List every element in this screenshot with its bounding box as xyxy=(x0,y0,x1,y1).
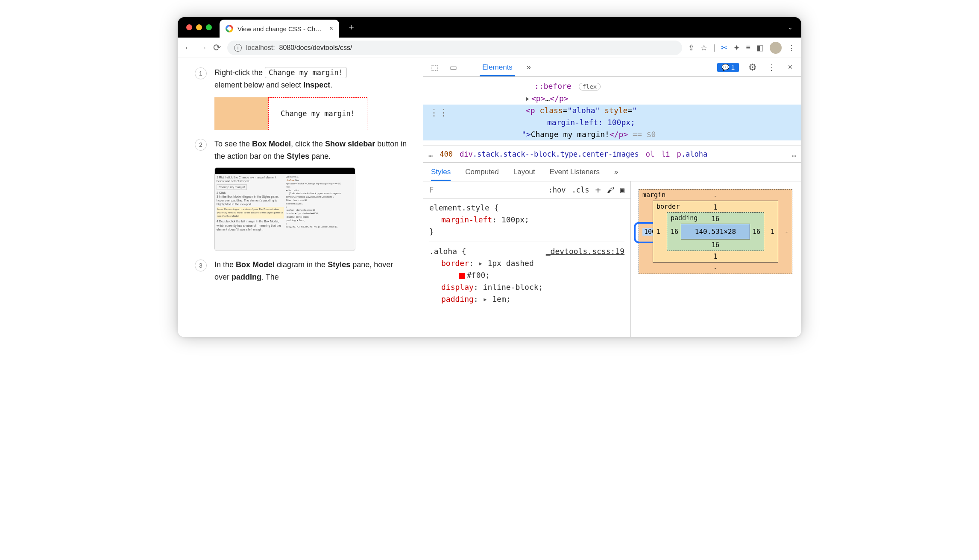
drag-handle-icon[interactable]: ⋮⋮ xyxy=(429,107,448,119)
kebab-icon[interactable]: ⋮ xyxy=(766,63,777,72)
reading-list-icon[interactable]: ≡ xyxy=(746,43,750,52)
box-model-pane: margin - - 100 - border 1 1 1 1 xyxy=(630,181,801,337)
close-tab-icon[interactable]: × xyxy=(329,25,333,32)
url-bar: ← → ⟳ i localhost:8080/docs/devtools/css… xyxy=(178,38,801,58)
margin-highlight: Change my margin! xyxy=(214,97,367,130)
browser-tab[interactable]: View and change CSS - Chrom × xyxy=(220,20,339,38)
step-number: 2 xyxy=(195,139,207,151)
step-number: 1 xyxy=(195,67,207,79)
inspect-icon[interactable]: ⬚ xyxy=(429,63,440,72)
bold-term: Inspect xyxy=(303,81,330,89)
share-icon[interactable]: ⇪ xyxy=(688,43,695,52)
device-toggle-icon[interactable]: ▭ xyxy=(448,63,458,72)
messages-badge[interactable]: 💬 1 xyxy=(717,63,739,72)
color-swatch[interactable] xyxy=(459,273,465,279)
computed-tab[interactable]: Computed xyxy=(465,163,498,181)
devtools-toolbar: ⬚ ▭ Elements » 💬 1 ⚙ ⋮ × xyxy=(423,58,801,77)
more-tabs-icon[interactable]: » xyxy=(524,63,534,72)
step-3: 3 In the Box Model diagram in the Styles… xyxy=(195,259,410,283)
screenshot-thumb: 1 Right-click the Change my margin! elem… xyxy=(214,167,355,251)
cls-toggle[interactable]: .cls xyxy=(572,186,589,194)
breadcrumb-item[interactable]: div.stack.stack--block.type.center-image… xyxy=(460,150,639,158)
titlebar: View and change CSS - Chrom × + ⌄ xyxy=(178,17,801,38)
breadcrumb-ellipsis[interactable]: … xyxy=(792,150,796,158)
dom-tree[interactable]: ⋮⋮ ::before flex <p>…</p> <p class="aloh… xyxy=(423,77,801,146)
styles-rules-pane: F :hov .cls + 🖌 ▣ element.style { margin… xyxy=(423,181,630,337)
url-path: 8080/docs/devtools/css/ xyxy=(279,44,352,52)
step-number: 3 xyxy=(195,260,207,271)
source-link[interactable]: _devtools.scss:19 xyxy=(546,245,624,257)
breadcrumb-item[interactable]: li xyxy=(661,150,670,158)
content-dimensions[interactable]: 140.531×28 xyxy=(681,224,750,239)
site-info-icon[interactable]: i xyxy=(234,44,242,52)
step-text: element below and select xyxy=(214,81,303,89)
settings-icon[interactable]: ⚙ xyxy=(747,62,758,73)
bookmark-icon[interactable]: ☆ xyxy=(701,43,707,52)
reload-button[interactable]: ⟳ xyxy=(213,42,221,53)
border-layer[interactable]: border 1 1 1 1 padding 16 16 16 xyxy=(653,201,778,262)
box-model-diagram[interactable]: margin - - 100 - border 1 1 1 1 xyxy=(639,189,792,274)
maximize-window-button[interactable] xyxy=(206,24,212,30)
tab-title: View and change CSS - Chrom xyxy=(237,25,323,32)
breadcrumb-ellipsis[interactable]: … xyxy=(428,150,433,158)
layout-tab[interactable]: Layout xyxy=(513,163,535,181)
content-area: 1 Right-click the Change my margin! elem… xyxy=(178,58,801,337)
minimize-window-button[interactable] xyxy=(196,24,202,30)
demo-element[interactable]: Change my margin! xyxy=(268,97,367,130)
side-panel-icon[interactable]: ◧ xyxy=(756,43,764,52)
styles-tab[interactable]: Styles xyxy=(431,163,451,181)
url-host: localhost: xyxy=(246,44,275,52)
close-devtools-icon[interactable]: × xyxy=(785,63,795,72)
scissors-icon[interactable]: ✂ xyxy=(721,43,727,52)
step-2: 2 To see the Box Model, click the Show s… xyxy=(195,138,410,251)
back-button[interactable]: ← xyxy=(184,42,192,53)
devtools-panel: ⬚ ▭ Elements » 💬 1 ⚙ ⋮ × ⋮⋮ ::before fle… xyxy=(423,58,801,337)
sidebar-toggle-icon[interactable]: ▣ xyxy=(620,186,624,194)
extensions-icon[interactable]: ✦ xyxy=(733,43,740,52)
styles-tabstrip: Styles Computed Layout Event Listeners » xyxy=(423,163,801,181)
close-window-button[interactable] xyxy=(186,24,192,30)
forward-button[interactable]: → xyxy=(198,42,207,53)
step-1: 1 Right-click the Change my margin! elem… xyxy=(195,67,410,130)
page-content: 1 Right-click the Change my margin! elem… xyxy=(178,58,423,337)
breadcrumb-item[interactable]: 400 xyxy=(440,150,453,158)
breadcrumb-trail[interactable]: … 400 div.stack.stack--block.type.center… xyxy=(423,146,801,163)
filter-input[interactable]: F xyxy=(429,186,434,194)
more-tabs-icon[interactable]: » xyxy=(614,168,618,176)
window-controls xyxy=(186,24,212,30)
selected-element[interactable]: <p class="aloha" style=" xyxy=(423,105,801,117)
css-rules[interactable]: element.style { margin-left: 100px; } .a… xyxy=(423,198,630,309)
flex-badge[interactable]: flex xyxy=(579,83,601,90)
event-listeners-tab[interactable]: Event Listeners xyxy=(550,163,600,181)
styles-body: F :hov .cls + 🖌 ▣ element.style { margin… xyxy=(423,181,801,337)
breadcrumb-item[interactable]: p.aloha xyxy=(677,150,708,158)
code-snippet: Change my margin! xyxy=(265,67,347,78)
hov-toggle[interactable]: :hov xyxy=(548,186,566,194)
breadcrumb-item[interactable]: ol xyxy=(646,150,654,158)
profile-avatar[interactable] xyxy=(770,42,782,54)
chrome-favicon xyxy=(226,25,233,32)
pseudo-element[interactable]: ::before xyxy=(534,82,572,90)
styles-filter-bar: F :hov .cls + 🖌 ▣ xyxy=(423,181,630,198)
margin-layer[interactable]: margin - - 100 - border 1 1 1 1 xyxy=(639,189,792,274)
toolbar-icons: ⇪ ☆ | ✂ ✦ ≡ ◧ ⋮ xyxy=(688,42,795,54)
omnibox[interactable]: i localhost:8080/docs/devtools/css/ xyxy=(227,41,682,55)
menu-icon[interactable]: ⋮ xyxy=(788,43,795,52)
new-tab-button[interactable]: + xyxy=(349,22,354,33)
elements-tab[interactable]: Elements xyxy=(480,59,515,76)
selected-indicator: == $0 xyxy=(628,130,656,139)
padding-layer[interactable]: padding 16 16 16 16 140.531×28 xyxy=(667,212,764,251)
paint-icon[interactable]: 🖌 xyxy=(607,186,614,194)
tabs-overflow-icon[interactable]: ⌄ xyxy=(788,24,793,31)
step-text: Right-click the xyxy=(214,68,265,77)
new-rule-button[interactable]: + xyxy=(595,184,601,195)
browser-window: View and change CSS - Chrom × + ⌄ ← → ⟳ … xyxy=(178,17,801,337)
expand-icon[interactable] xyxy=(526,97,529,101)
